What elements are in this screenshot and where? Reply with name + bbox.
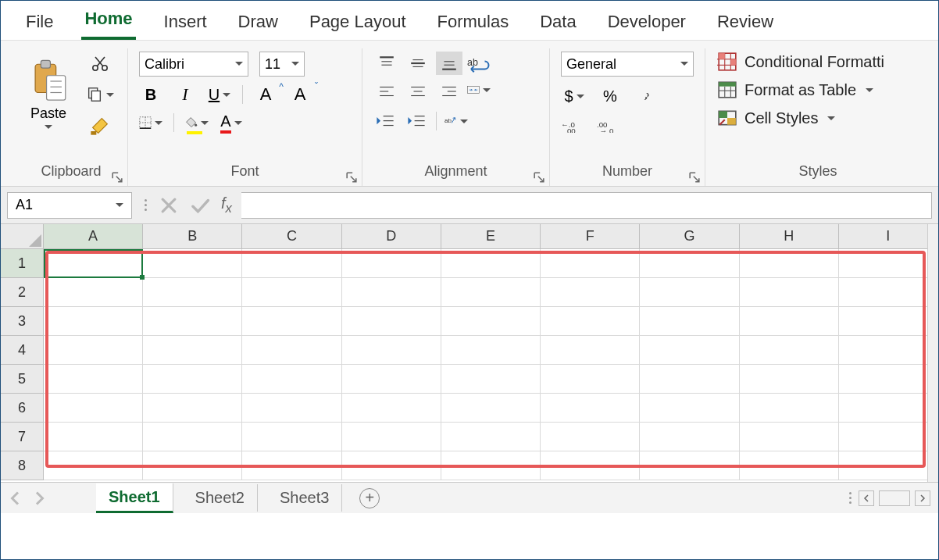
sheet-tab-2[interactable]: Sheet2 <box>183 484 258 512</box>
increase-decimal-button[interactable]: ←.0.00 <box>561 116 584 136</box>
tab-home[interactable]: Home <box>81 5 135 40</box>
column-header-I[interactable]: I <box>839 224 938 248</box>
cell[interactable] <box>740 394 839 423</box>
tab-developer[interactable]: Developer <box>605 9 689 40</box>
cell[interactable] <box>441 451 541 480</box>
column-header-C[interactable]: C <box>242 224 341 248</box>
cell[interactable] <box>541 278 640 307</box>
tab-review[interactable]: Review <box>714 9 777 40</box>
cell[interactable] <box>839 394 938 423</box>
cell[interactable] <box>541 307 640 336</box>
cell[interactable] <box>342 336 441 365</box>
cell[interactable] <box>839 365 938 394</box>
cell[interactable] <box>242 336 341 365</box>
format-painter-button[interactable] <box>84 114 116 137</box>
align-left-button[interactable] <box>373 80 400 103</box>
number-format-select[interactable]: General <box>561 52 694 77</box>
column-header-H[interactable]: H <box>740 224 839 248</box>
cut-button[interactable] <box>84 52 116 75</box>
cell[interactable] <box>44 365 143 394</box>
underline-button[interactable]: U <box>208 84 231 105</box>
insert-function-button[interactable]: fx <box>221 194 232 216</box>
column-header-F[interactable]: F <box>541 224 640 248</box>
cell[interactable] <box>441 336 541 365</box>
cell[interactable] <box>740 336 839 365</box>
row-header-4[interactable]: 4 <box>1 336 44 365</box>
dialog-launcher-icon[interactable] <box>346 170 357 181</box>
column-header-A[interactable]: A <box>44 224 143 248</box>
hscroll-left-button[interactable] <box>859 490 874 506</box>
cell[interactable] <box>242 278 341 307</box>
cell[interactable] <box>143 394 242 423</box>
drag-handle-icon[interactable] <box>846 492 854 504</box>
cell[interactable] <box>143 249 242 278</box>
add-sheet-button[interactable]: + <box>359 488 380 508</box>
cell[interactable] <box>44 336 143 365</box>
cell[interactable] <box>143 307 242 336</box>
cell[interactable] <box>740 423 839 451</box>
cell[interactable] <box>839 307 938 336</box>
cell[interactable] <box>740 307 839 336</box>
decrease-indent-button[interactable] <box>373 111 397 131</box>
bold-button[interactable]: B <box>139 84 162 105</box>
cell[interactable] <box>242 451 341 480</box>
cell[interactable] <box>342 307 441 336</box>
tab-draw[interactable]: Draw <box>235 9 281 40</box>
row-header-5[interactable]: 5 <box>1 365 44 394</box>
cell[interactable] <box>342 249 441 278</box>
cell[interactable] <box>44 423 143 451</box>
decrease-decimal-button[interactable]: .00→.0 <box>597 116 620 136</box>
column-header-B[interactable]: B <box>143 224 242 248</box>
tab-page-layout[interactable]: Page Layout <box>306 9 409 40</box>
cell[interactable] <box>640 365 739 394</box>
cell[interactable] <box>44 451 143 480</box>
cell[interactable] <box>242 394 341 423</box>
cell[interactable] <box>242 307 341 336</box>
wrap-text-button[interactable]: ab <box>467 55 491 75</box>
cell[interactable] <box>541 249 640 278</box>
cell[interactable] <box>44 394 143 423</box>
cell[interactable] <box>441 307 541 336</box>
cell[interactable] <box>441 365 541 394</box>
fill-color-button[interactable] <box>185 112 209 133</box>
font-color-button[interactable]: A <box>220 112 243 133</box>
cell[interactable] <box>740 365 839 394</box>
merge-center-button[interactable] <box>467 80 491 100</box>
cell[interactable] <box>640 307 739 336</box>
cell[interactable] <box>541 336 640 365</box>
dialog-launcher-icon[interactable] <box>534 170 544 181</box>
cell[interactable] <box>143 423 242 451</box>
cell[interactable] <box>541 451 640 480</box>
cell[interactable] <box>143 336 242 365</box>
column-header-E[interactable]: E <box>441 224 541 248</box>
decrease-font-button[interactable]: A <box>288 84 312 105</box>
column-header-D[interactable]: D <box>342 224 441 248</box>
drag-handle-icon[interactable] <box>141 199 149 211</box>
italic-button[interactable]: I <box>173 84 197 105</box>
cell[interactable] <box>342 365 441 394</box>
dialog-launcher-icon[interactable] <box>112 170 123 181</box>
tab-formulas[interactable]: Formulas <box>434 9 512 40</box>
increase-font-button[interactable]: A <box>254 84 277 105</box>
align-middle-button[interactable] <box>405 52 431 75</box>
row-header-8[interactable]: 8 <box>1 451 44 480</box>
cell[interactable] <box>541 365 640 394</box>
increase-indent-button[interactable] <box>405 111 428 131</box>
align-top-button[interactable] <box>373 52 400 75</box>
row-header-2[interactable]: 2 <box>1 278 44 307</box>
cell[interactable] <box>839 278 938 307</box>
cell[interactable] <box>640 278 739 307</box>
cell[interactable] <box>342 423 441 451</box>
cell[interactable] <box>44 278 143 307</box>
cell[interactable] <box>541 423 640 451</box>
select-all-button[interactable] <box>1 224 44 248</box>
sheet-nav-next[interactable] <box>32 491 46 505</box>
tab-file[interactable]: File <box>23 9 56 40</box>
vertical-scrollbar[interactable] <box>927 224 938 482</box>
cell[interactable] <box>640 451 739 480</box>
cancel-formula-button[interactable] <box>159 195 179 216</box>
cell[interactable] <box>740 249 839 278</box>
comma-format-button[interactable] <box>633 84 659 108</box>
cell[interactable] <box>342 394 441 423</box>
cell[interactable] <box>44 249 143 278</box>
